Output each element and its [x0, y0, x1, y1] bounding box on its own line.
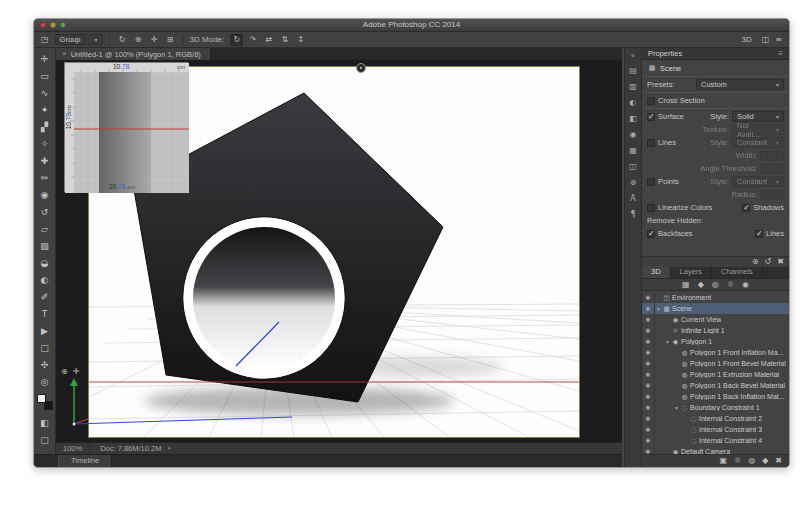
hidden-lines-checkbox[interactable]: [755, 230, 763, 238]
tree-row-infinite-light[interactable]: ◉ ☼ Infinite Light 1: [642, 325, 789, 336]
visibility-eye-icon[interactable]: ◉: [642, 391, 655, 402]
clone-stamp-tool[interactable]: ◉: [36, 186, 54, 203]
path-selection-tool[interactable]: ▶: [36, 322, 54, 339]
dock-clone-source-icon[interactable]: ⊕: [630, 174, 637, 190]
gradient-tool[interactable]: ▨: [36, 237, 54, 254]
panel-menu-icon[interactable]: ≡: [778, 49, 783, 58]
dock-navigator-icon[interactable]: ◫: [629, 158, 637, 174]
backfaces-checkbox[interactable]: [647, 230, 655, 238]
reset-properties-icon[interactable]: ↺: [765, 258, 772, 266]
canvas[interactable]: 10.78 cm 10.78cm 10.78cm ⊕ ✛: [56, 60, 622, 442]
tree-row-internal-constraint-2[interactable]: ◉ ◌ Internal Constraint 2: [642, 413, 789, 424]
shadows-checkbox[interactable]: [742, 204, 750, 212]
tree-row-environment[interactable]: ◉ ◫ Environment: [642, 292, 789, 303]
angle-threshold-field[interactable]: [760, 164, 784, 174]
tree-row-boundary-constraint[interactable]: ◉ ▾ ◌ Boundary Constraint 1: [642, 402, 789, 413]
quick-mask-icon[interactable]: ◧: [36, 414, 54, 431]
rotate-3d-icon[interactable]: ✛: [73, 368, 80, 376]
line-width-field[interactable]: [760, 151, 784, 161]
timeline-tab[interactable]: Timeline: [58, 455, 112, 467]
visibility-eye-icon[interactable]: ◉: [642, 347, 655, 358]
pen-tool[interactable]: ✐: [36, 288, 54, 305]
roll-3d-camera-icon[interactable]: ↷: [246, 34, 259, 46]
filter-materials-icon[interactable]: ◍: [712, 281, 719, 289]
workspace-switcher[interactable]: 3D: [742, 35, 752, 44]
orbit-3d-camera-icon[interactable]: ↻: [230, 34, 243, 46]
eyedropper-tool[interactable]: ✧: [36, 135, 54, 152]
presets-dropdown[interactable]: Custom ▾: [696, 79, 784, 90]
zoom-tool[interactable]: ◎: [36, 373, 54, 390]
visibility-eye-icon[interactable]: ◉: [642, 424, 655, 435]
delete-icon[interactable]: ✖: [777, 258, 784, 266]
tab-channels[interactable]: Channels: [712, 266, 763, 278]
tree-row-internal-constraint-3[interactable]: ◉ ◌ Internal Constraint 3: [642, 424, 789, 435]
eraser-tool[interactable]: ▱: [36, 220, 54, 237]
tab-layers[interactable]: Layers: [671, 266, 713, 278]
filter-lights-icon[interactable]: ☼: [727, 281, 734, 289]
cross-section-checkbox[interactable]: [647, 97, 655, 105]
close-document-icon[interactable]: ×: [62, 50, 67, 58]
status-menu-arrow-icon[interactable]: ‣: [167, 445, 171, 453]
secondary-view-panel[interactable]: 10.78 cm 10.78cm 10.78cm: [64, 62, 188, 192]
tab-3d[interactable]: 3D: [642, 266, 671, 278]
tree-row-back-bevel[interactable]: ◉ ◍ Polygon 1 Back Bevel Material: [642, 380, 789, 391]
new-mesh-icon[interactable]: ◆: [762, 457, 768, 465]
healing-brush-tool[interactable]: ✚: [36, 152, 54, 169]
minimize-window-button[interactable]: [50, 22, 56, 28]
collapse-panels-icon[interactable]: «: [631, 50, 635, 62]
drag-3d-object-icon[interactable]: ✛: [148, 34, 161, 46]
visibility-eye-icon[interactable]: ◉: [642, 413, 655, 424]
blur-tool[interactable]: ◒: [36, 254, 54, 271]
expand-arrow-icon[interactable]: ▾: [673, 405, 680, 411]
scale-3d-object-icon[interactable]: ⊞: [164, 34, 177, 46]
visibility-eye-icon[interactable]: ◉: [642, 325, 655, 336]
dodge-tool[interactable]: ◐: [36, 271, 54, 288]
dock-styles-icon[interactable]: ◧: [629, 110, 637, 126]
type-tool[interactable]: T: [36, 305, 54, 322]
new-material-icon[interactable]: ◍: [748, 457, 755, 465]
visibility-eye-icon[interactable]: ◉: [642, 380, 655, 391]
radius-field[interactable]: [760, 190, 784, 200]
properties-panel-header[interactable]: Properties ≡: [642, 48, 789, 60]
dock-swatches-icon[interactable]: ▥: [629, 78, 637, 94]
delete-item-icon[interactable]: ✖: [775, 457, 782, 465]
visibility-eye-icon[interactable]: ◉: [642, 303, 655, 314]
move-tool[interactable]: ✛: [36, 50, 54, 67]
brush-tool[interactable]: ✏: [36, 169, 54, 186]
tree-row-front-bevel[interactable]: ◉ ◍ Polygon 1 Front Bevel Material: [642, 358, 789, 369]
new-light-icon[interactable]: ☼: [734, 457, 741, 465]
rotate-3d-object-icon[interactable]: ↻: [116, 34, 129, 46]
rectangle-tool[interactable]: □: [36, 339, 54, 356]
3d-axis-widget[interactable]: ⊕ ✛: [58, 368, 300, 440]
title-bar[interactable]: Adobe Photoshop CC 2014: [34, 19, 789, 32]
points-checkbox[interactable]: [647, 178, 655, 186]
tree-row-default-camera[interactable]: ◉ ◉ Default Camera: [642, 446, 789, 454]
marquee-tool[interactable]: ▭: [36, 67, 54, 84]
filter-meshes-icon[interactable]: ◆: [698, 281, 704, 289]
color-swatches[interactable]: [37, 394, 53, 410]
tree-row-internal-constraint-4[interactable]: ◉ ◌ Internal Constraint 4: [642, 435, 789, 446]
surface-checkbox[interactable]: [647, 113, 655, 121]
visibility-eye-icon[interactable]: ◉: [642, 314, 655, 325]
quick-selection-tool[interactable]: ✦: [36, 101, 54, 118]
dock-paragraph-icon[interactable]: ¶: [630, 206, 635, 222]
linearize-colors-checkbox[interactable]: [647, 204, 655, 212]
tree-row-polygon-1[interactable]: ◉ ▾ ◆ Polygon 1: [642, 336, 789, 347]
history-brush-tool[interactable]: ↺: [36, 203, 54, 220]
document-tab[interactable]: × Untitled-1 @ 100% (Polygon 1, RGB/8): [56, 48, 211, 60]
coordinates-icon[interactable]: ⊕: [752, 258, 759, 266]
visibility-eye-icon[interactable]: ◉: [642, 402, 655, 413]
tree-row-scene[interactable]: ◉ ▾ ▩ Scene: [642, 303, 789, 314]
tree-row-current-view[interactable]: ◉ ◉ Current View: [642, 314, 789, 325]
close-window-button[interactable]: [40, 22, 46, 28]
hand-tool[interactable]: ✣: [36, 356, 54, 373]
workspace-switcher-icon[interactable]: ◫: [762, 36, 770, 44]
lines-style-dropdown[interactable]: Constant ▾: [732, 137, 784, 148]
screen-mode-icon[interactable]: ▢: [36, 431, 54, 448]
dock-histogram-icon[interactable]: ▦: [629, 142, 637, 158]
render-icon[interactable]: ▣: [719, 457, 727, 465]
texture-dropdown[interactable]: Not Avail... ▾: [732, 124, 784, 135]
crop-tool[interactable]: ▞: [36, 118, 54, 135]
filter-cameras-icon[interactable]: ◉: [742, 281, 749, 289]
tree-row-extrusion[interactable]: ◉ ◍ Polygon 1 Extrusion Material: [642, 369, 789, 380]
